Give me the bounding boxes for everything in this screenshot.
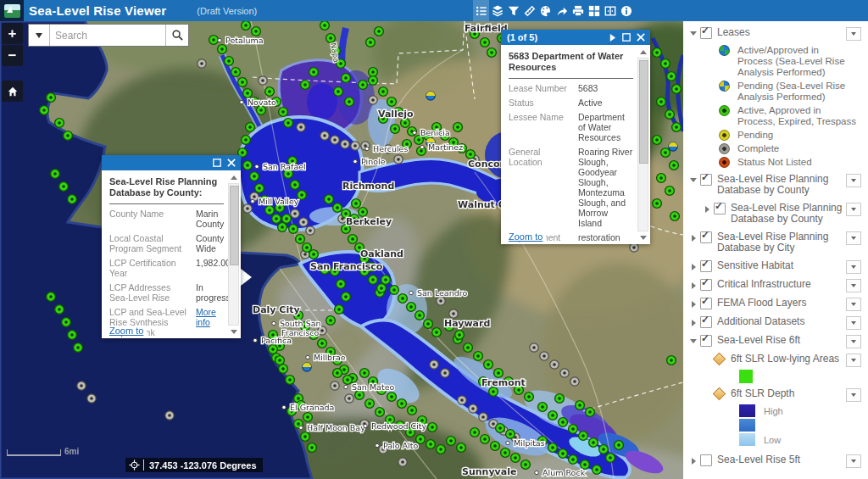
lease-marker-complete[interactable] [198,59,206,68]
layer-menu-button[interactable] [846,316,861,330]
layer-menu-button[interactable] [846,354,861,367]
lease-marker-active[interactable] [278,223,287,232]
search-source-dropdown[interactable] [29,25,50,46]
lease-marker-active[interactable] [255,184,264,193]
lease-marker-active[interactable] [424,320,433,329]
lease-marker-complete[interactable] [560,369,569,377]
layer-label[interactable]: Sea-Level Rise Planning Database by City [717,231,844,253]
layer-menu-button[interactable] [846,231,861,245]
lease-marker-active[interactable] [343,376,353,385]
lease-marker-active[interactable] [337,280,346,289]
layer-menu-button[interactable] [846,335,861,348]
lease-marker-active[interactable] [653,136,662,145]
lease-marker-active[interactable] [670,161,679,170]
lease-marker-active[interactable] [47,292,56,302]
lease-marker-active[interactable] [387,393,397,402]
lease-marker-active[interactable] [615,441,624,450]
lease-marker-active[interactable] [218,45,227,54]
lease-marker-active[interactable] [453,123,463,132]
lease-marker-active[interactable] [401,119,410,128]
lease-marker-active[interactable] [242,21,251,30]
lease-marker-active[interactable] [225,57,234,66]
lease-marker-active[interactable] [326,316,336,326]
lease-marker-active[interactable] [284,119,293,128]
lease-marker-active[interactable] [548,411,558,421]
lease-marker-analysis[interactable] [303,363,311,371]
layer-menu-button[interactable] [846,260,861,274]
layer-visibility-checkbox[interactable] [700,298,712,309]
layer-label[interactable]: Sea-Level Rise 5ft [717,454,800,465]
lease-popup-scrollbar[interactable] [637,47,648,242]
expand-arrow-icon[interactable] [688,262,698,270]
lease-marker-active[interactable] [352,199,361,209]
layer-label[interactable]: Sea-Level Rise Planning Database by Coun… [717,174,844,196]
measure-icon[interactable] [521,0,537,21]
lease-marker-active[interactable] [242,136,251,145]
lease-marker-active[interactable] [334,87,343,97]
layer-menu-button[interactable] [846,298,861,311]
lease-marker-active[interactable] [309,68,319,77]
zoom-in-button[interactable]: + [2,23,23,44]
lease-marker-active[interactable] [489,387,498,397]
lease-marker-active[interactable] [301,81,310,90]
lease-marker-active[interactable] [275,356,285,365]
lease-marker-complete[interactable] [437,297,445,305]
close-icon[interactable] [635,31,647,43]
lease-marker-active[interactable] [369,276,378,285]
lease-marker-active[interactable] [511,454,520,463]
lease-marker-active[interactable] [457,443,466,453]
layer-visibility-checkbox[interactable] [700,454,712,466]
lease-marker-active[interactable] [576,401,585,410]
layer-menu-button[interactable] [846,203,861,216]
filter-icon[interactable] [505,0,521,21]
lease-marker-active[interactable] [342,74,351,83]
layer-visibility-checkbox[interactable] [700,316,712,328]
lease-marker-active[interactable] [381,276,391,285]
lease-marker-active[interactable] [369,76,378,86]
lease-marker-complete[interactable] [540,352,548,360]
lease-marker-active[interactable] [487,48,497,58]
lease-marker-active[interactable] [538,403,548,412]
lease-marker-complete[interactable] [243,204,252,213]
lease-marker-active[interactable] [506,430,515,439]
county-popup-scrollbar[interactable] [228,172,239,337]
lease-marker-complete[interactable] [345,394,353,403]
lease-marker-active[interactable] [407,303,416,312]
lease-marker-active[interactable] [231,68,241,77]
lease-marker-active[interactable] [342,292,351,302]
lease-marker-active[interactable] [238,78,248,87]
lease-marker-active[interactable] [501,448,510,458]
lease-marker-active[interactable] [569,425,578,434]
lease-marker-active[interactable] [426,440,436,449]
lease-marker-active[interactable] [447,437,456,446]
lease-marker-active[interactable] [51,170,60,179]
lease-marker-complete[interactable] [550,360,559,369]
lease-marker-active[interactable] [269,345,278,354]
scrollbar-thumb[interactable] [230,186,239,265]
lease-marker-active[interactable] [569,455,578,465]
lease-marker-complete[interactable] [291,209,299,218]
close-icon[interactable] [225,157,237,169]
lease-marker-active[interactable] [335,305,344,315]
lease-marker-complete[interactable] [530,343,538,352]
lease-marker-complete[interactable] [165,411,174,420]
lease-marker-active[interactable] [250,172,259,181]
lease-marker-active[interactable] [272,214,281,224]
share-icon[interactable] [554,0,570,21]
lease-marker-active[interactable] [672,85,682,94]
layer-label[interactable]: 6ft SLR Low-lying Areas [731,354,839,365]
layer-menu-button[interactable] [846,454,861,468]
lease-marker-active[interactable] [333,203,342,213]
maximize-icon[interactable] [211,157,223,169]
collapse-arrow-icon[interactable] [688,337,698,343]
info-icon[interactable] [618,0,634,21]
lease-marker-complete[interactable] [449,309,458,318]
lease-marker-complete[interactable] [87,394,96,403]
lease-marker-active[interactable] [359,81,368,90]
lease-marker-active[interactable] [455,331,465,340]
layers-icon[interactable] [489,0,505,21]
lease-marker-active[interactable] [559,418,568,427]
lease-marker-complete[interactable] [320,131,329,140]
lease-marker-active[interactable] [491,442,500,451]
lease-marker-active[interactable] [320,21,330,30]
